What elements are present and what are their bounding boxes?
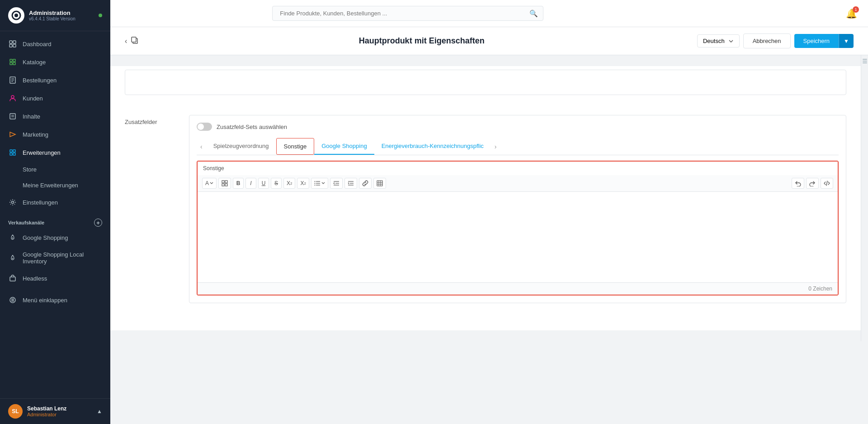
svg-point-24 [12,238,13,238]
svg-point-40 [314,181,315,182]
tabs-row: ‹ Spielzeugverordnung Sonstige Google Sh… [197,138,839,155]
toolbar-indent-in-button[interactable] [344,178,357,189]
svg-point-14 [11,95,14,98]
char-count: 0 Zeichen [198,282,838,295]
toolbar-subscript-button[interactable]: X2 [297,178,309,189]
sidebar-item-label: Meine Erweiterungen [23,182,78,189]
toolbar-indent-out-button[interactable] [330,178,343,189]
save-button-group: Speichern ▼ [794,34,854,48]
extensions-icon [8,148,17,157]
search-input[interactable] [272,6,543,21]
bag-icon [8,274,17,283]
avatar: SL [8,404,23,419]
svg-rect-7 [13,59,15,62]
sidebar-item-einstellungen[interactable]: Einstellungen [0,193,110,211]
toolbar-strikethrough-button[interactable]: S [271,178,282,189]
toolbar-link-button[interactable] [359,178,372,189]
right-scrollbar[interactable] [861,55,868,341]
sidebar-item-label: Google Shopping Local Inventory [23,251,102,265]
toggle-row: Zusatzfeld-Sets auswählen [197,123,839,131]
sidebar-item-dashboard[interactable]: Dashboard [0,35,110,53]
svg-rect-32 [132,37,136,42]
svg-rect-49 [377,181,382,186]
svg-rect-8 [10,62,12,65]
sidebar-item-meine-erweiterungen[interactable]: Meine Erweiterungen [0,177,110,193]
editor-wrapper: Sonstige A [197,161,839,295]
back-button[interactable]: ‹ [125,37,127,45]
tab-sonstige[interactable]: Sonstige [276,138,315,155]
tab-prev-button[interactable]: ‹ [197,138,206,155]
sidebar-item-bestellungen[interactable]: Bestellungen [0,71,110,89]
user-profile[interactable]: SL Sebastian Lenz Administrator ▲ [0,398,110,424]
content-icon [8,112,17,121]
toolbar-code-button[interactable] [821,178,833,189]
svg-rect-6 [10,59,12,62]
content-area: ‹ Hauptprodukt mit Eigenschaften Deutsch… [110,27,868,424]
user-name: Sebastian Lenz [27,405,66,412]
sidebar-item-label: Erweiterungen [23,149,61,156]
marketing-icon [8,130,17,139]
sidebar-item-store[interactable]: Store [0,162,110,177]
tab-google-shopping[interactable]: Google Shopping [314,138,374,155]
page-header: ‹ Hauptprodukt mit Eigenschaften Deutsch… [110,27,868,55]
zusatzfeld-toggle[interactable] [197,123,212,131]
sidebar-item-kataloge[interactable]: Kataloge [0,53,110,71]
save-button[interactable]: Speichern [794,34,839,48]
svg-rect-9 [13,62,15,65]
copy-button[interactable] [131,36,139,46]
save-dropdown-button[interactable]: ▼ [839,34,854,48]
user-role: Administrator [27,412,66,417]
notification-bell[interactable]: 🔔 1 [846,8,857,19]
toolbar-list-button[interactable] [311,178,328,189]
sidebar-item-inhalte[interactable]: Inhalte [0,107,110,125]
catalog-icon [8,57,17,67]
toolbar-undo-button[interactable] [792,178,804,189]
sidebar-item-label: Bestellungen [23,77,57,84]
page-nav: ‹ [125,36,139,46]
svg-rect-2 [9,41,12,43]
toolbar-underline-button[interactable]: U [258,178,269,189]
orders-icon [8,76,17,85]
sidebar-item-menu-collapse[interactable]: Menü einklappen [0,291,110,309]
sidebar-item-label: Kataloge [23,59,46,66]
sidebar-item-kunden[interactable]: Kunden [0,89,110,107]
topbar: 🔍 🔔 1 [110,0,868,27]
zusatzfelder-section: Zusatzfelder Zusatzfeld-Sets auswählen [110,106,861,312]
sidebar-item-headless[interactable]: Headless [0,269,110,287]
main-content: 🔍 🔔 1 ‹ Hauptprodukt mit Eigenschaften D… [110,0,868,424]
toolbar-font-button[interactable]: A [202,178,217,189]
sidebar-item-google-shopping-local[interactable]: Google Shopping Local Inventory [0,247,110,269]
sidebar-item-erweiterungen[interactable]: Erweiterungen [0,143,110,162]
toolbar-italic-button[interactable]: I [245,178,256,189]
add-verkaufskanal-button[interactable]: + [94,219,102,227]
language-select[interactable]: Deutsch [697,34,740,48]
sidebar-item-marketing[interactable]: Marketing [0,125,110,143]
sidebar-item-label: Einstellungen [23,199,58,206]
sidebar: Administration v6.4.4.1 Stable Version D… [0,0,110,424]
verkaufskanaele-section: Verkaufskanäle + [0,211,110,229]
toolbar-redo-button[interactable] [806,178,819,189]
svg-point-25 [12,258,13,259]
search-container: 🔍 [272,6,543,21]
tab-energieverbrauch[interactable]: Energieverbrauch-Kennzeichnungspflic [374,138,491,155]
svg-rect-26 [10,277,15,281]
tab-spielzeugverordnung[interactable]: Spielzeugverordnung [206,138,276,155]
cancel-button[interactable]: Abbrechen [743,33,791,48]
sidebar-item-google-shopping[interactable]: Google Shopping [0,229,110,247]
sidebar-item-label: Headless [23,275,47,282]
sidebar-item-label: Store [23,166,37,173]
user-menu-chevron[interactable]: ▲ [97,408,102,414]
svg-rect-36 [225,184,227,186]
rocket-icon [8,233,17,242]
toolbar-table-button[interactable] [373,178,386,189]
tab-next-button[interactable]: › [491,138,500,155]
collapse-icon [8,295,17,305]
toolbar-superscript-button[interactable]: X2 [283,178,295,189]
app-version: v6.4.4.1 Stable Version [29,16,75,21]
editor-toolbar: A B I [198,175,838,192]
toolbar-bold-button[interactable]: B [233,178,244,189]
svg-rect-19 [10,150,12,152]
svg-point-41 [314,183,315,184]
toolbar-format-button[interactable] [218,178,231,189]
editor-body[interactable] [198,192,838,282]
